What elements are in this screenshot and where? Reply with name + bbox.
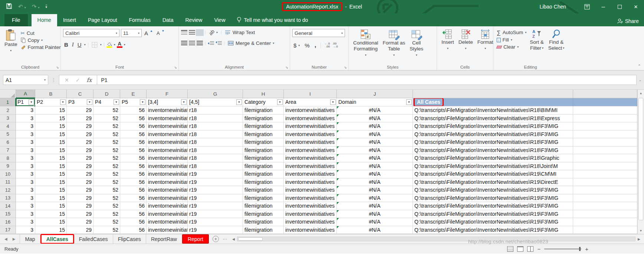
cell-H7[interactable]: filemigration: [243, 146, 284, 155]
cell-E11[interactable]: 56: [120, 178, 147, 186]
column-header-J[interactable]: J: [337, 90, 413, 98]
ribbon-display-options-icon[interactable]: [579, 0, 595, 13]
cell-B7[interactable]: 15: [35, 146, 67, 155]
bottom-align-icon[interactable]: [197, 30, 203, 35]
cell-K11[interactable]: Q:\transcripts\FileMigration\InventorNew…: [413, 178, 573, 186]
cell-B17[interactable]: 15: [35, 226, 67, 234]
column-header-B[interactable]: B: [35, 90, 67, 98]
cell-F3[interactable]: inventornewinitiatives: [147, 115, 188, 123]
clipboard-dialog-launcher-icon[interactable]: ⇘: [56, 66, 59, 69]
cell-G3[interactable]: r18: [188, 115, 243, 123]
cell-stub-7[interactable]: [573, 146, 637, 155]
column-header-wide-10[interactable]: [413, 90, 573, 98]
row-header-4[interactable]: 4: [0, 122, 16, 131]
cell-J9[interactable]: #N/A: [337, 162, 413, 171]
row-header-2[interactable]: 2: [0, 106, 16, 115]
cell-E5[interactable]: 56: [120, 131, 147, 139]
delete-cells-button[interactable]: Delete▾: [456, 28, 475, 53]
increase-decimal-button[interactable]: ←.0.00: [324, 42, 330, 48]
cell-E10[interactable]: 56: [120, 170, 147, 178]
cell-H10[interactable]: filemigration: [243, 170, 284, 178]
cell-H8[interactable]: filemigration: [243, 154, 284, 162]
cell-C4[interactable]: 29: [67, 122, 93, 131]
cell-K3[interactable]: Q:\transcripts\FileMigration\InventorNew…: [413, 115, 573, 123]
cell-stub-6[interactable]: [573, 138, 637, 146]
tab-home[interactable]: Home: [32, 14, 57, 26]
filter-dropdown-icon[interactable]: ▼: [236, 99, 242, 105]
cell-A16[interactable]: 3: [16, 218, 35, 226]
cell-J10[interactable]: #N/A: [337, 170, 413, 178]
cell-G15[interactable]: r19: [188, 210, 243, 218]
sheet-nav-right-icon[interactable]: ▶: [13, 237, 16, 241]
cell-I3[interactable]: inventornewinitiatives: [284, 115, 337, 123]
cell-B9[interactable]: 15: [35, 162, 67, 171]
cell-F11[interactable]: inventornewinitiatives: [147, 178, 188, 186]
zoom-slider-thumb[interactable]: [579, 247, 581, 251]
cell-G4[interactable]: r18: [188, 122, 243, 131]
grow-font-button[interactable]: A▲: [143, 29, 154, 37]
align-left-icon[interactable]: [181, 41, 187, 46]
filter-dropdown-icon[interactable]: ▼: [60, 99, 66, 105]
hscroll-track[interactable]: [237, 237, 635, 241]
cell-E7[interactable]: 56: [120, 146, 147, 155]
name-box[interactable]: A1▾: [3, 75, 48, 85]
cell-J15[interactable]: #N/A: [337, 210, 413, 218]
cell-A5[interactable]: 3: [16, 131, 35, 139]
number-format-combo[interactable]: General▾: [292, 29, 345, 37]
cell-I12[interactable]: inventornewinitiatives: [284, 186, 337, 194]
column-header-wide-11[interactable]: [573, 90, 637, 98]
cell-J7[interactable]: #N/A: [337, 146, 413, 155]
cell-E3[interactable]: 56: [120, 115, 147, 123]
cell-K13[interactable]: Q:\transcripts\FileMigration\InventorNew…: [413, 194, 573, 202]
header-cell--4-5-[interactable]: [4,5]▼: [188, 98, 243, 106]
filter-dropdown-icon[interactable]: ▼: [181, 99, 187, 105]
column-header-F[interactable]: F: [147, 90, 188, 98]
cell-C12[interactable]: 29: [67, 186, 93, 194]
cell-B13[interactable]: 15: [35, 194, 67, 202]
cell-J16[interactable]: #N/A: [337, 218, 413, 226]
percent-style-button[interactable]: %: [303, 42, 310, 49]
cell-A4[interactable]: 3: [16, 122, 35, 131]
cell-D9[interactable]: 52: [93, 162, 120, 171]
header-cell-p3[interactable]: P3▼: [67, 98, 93, 106]
cell-stub-16[interactable]: [573, 218, 637, 226]
header-cell-p5[interactable]: P5▼: [120, 98, 147, 106]
cell-G6[interactable]: r18: [188, 138, 243, 146]
cell-K14[interactable]: Q:\transcripts\FileMigration\InventorNew…: [413, 202, 573, 210]
cell-I17[interactable]: inventornewinitiatives: [284, 226, 337, 234]
cell-C6[interactable]: 29: [67, 138, 93, 146]
cell-K17[interactable]: Q:\transcripts\FileMigration\InventorNew…: [413, 226, 573, 234]
sheet-tab-failedcases[interactable]: FailedCases: [74, 234, 113, 244]
enter-icon[interactable]: ✓: [76, 77, 80, 83]
clear-button[interactable]: Clear▾: [496, 43, 528, 50]
cell-A2[interactable]: 3: [16, 106, 35, 115]
number-dialog-launcher-icon[interactable]: ⇘: [344, 66, 347, 69]
cell-E12[interactable]: 56: [120, 186, 147, 194]
borders-button[interactable]: [91, 41, 99, 49]
cell-K6[interactable]: Q:\transcripts\FileMigration\InventorNew…: [413, 138, 573, 146]
cell-J17[interactable]: #N/A: [337, 226, 413, 234]
cell-J11[interactable]: #N/A: [337, 178, 413, 186]
cell-J14[interactable]: #N/A: [337, 202, 413, 210]
font-family-combo[interactable]: Calibri▾: [63, 29, 119, 37]
cell-B11[interactable]: 15: [35, 178, 67, 186]
insert-function-icon[interactable]: fx: [86, 77, 92, 83]
minimize-button[interactable]: ─: [595, 0, 611, 13]
select-all-corner[interactable]: [0, 90, 16, 98]
cell-J3[interactable]: #N/A: [337, 115, 413, 123]
zoom-in-icon[interactable]: +: [585, 246, 588, 252]
cell-B3[interactable]: 15: [35, 115, 67, 123]
format-cells-button[interactable]: Format▾: [475, 28, 496, 53]
cell-A8[interactable]: 3: [16, 154, 35, 162]
cell-F15[interactable]: inventornewinitiatives: [147, 210, 188, 218]
cell-H14[interactable]: filemigration: [243, 202, 284, 210]
cell-H12[interactable]: filemigration: [243, 186, 284, 194]
collapse-ribbon-icon[interactable]: ⌃: [638, 64, 641, 69]
cell-C15[interactable]: 29: [67, 210, 93, 218]
cell-C3[interactable]: 29: [67, 115, 93, 123]
cell-D2[interactable]: 52: [93, 106, 120, 115]
cell-F7[interactable]: inventornewinitiatives: [147, 146, 188, 155]
page-layout-view-icon[interactable]: [517, 246, 523, 252]
font-size-combo[interactable]: 11▾: [121, 29, 142, 37]
cell-A3[interactable]: 3: [16, 115, 35, 123]
